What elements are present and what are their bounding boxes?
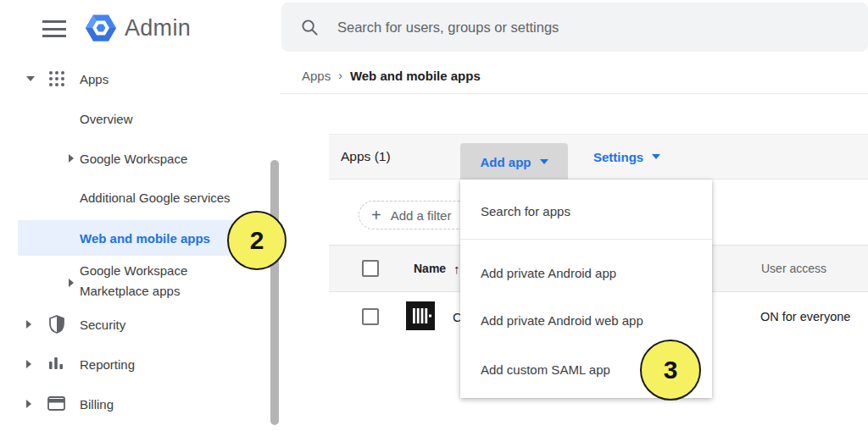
shield-icon (48, 315, 65, 334)
chevron-right-icon[interactable] (69, 279, 74, 287)
plus-icon: + (371, 207, 381, 224)
sidebar-item-label: Google Workspace Marketplace apps (80, 261, 241, 301)
settings-button-label: Settings (593, 150, 643, 164)
sidebar-item-label: Apps (80, 72, 108, 86)
chevron-right-icon[interactable] (26, 400, 31, 408)
sidebar-scrollbar[interactable] (270, 160, 279, 425)
apps-toolbar: Apps (1) Add app Settings (329, 134, 868, 180)
global-search-bar[interactable] (281, 3, 868, 52)
google-admin-logo-icon (84, 11, 118, 45)
breadcrumb: Apps › Web and mobile apps (302, 67, 481, 84)
chevron-right-icon[interactable] (26, 320, 31, 329)
sidebar-item-apps[interactable]: Apps (0, 69, 270, 89)
sidebar-item-security[interactable]: Security (0, 314, 270, 334)
sidebar-item-google-workspace[interactable]: Google Workspace (0, 148, 270, 169)
sidebar-item-additional-google-services[interactable]: Additional Google services (0, 187, 270, 207)
name-column-header[interactable]: Name (414, 262, 446, 275)
sidebar-item-label: Security (80, 318, 125, 332)
chevron-right-icon[interactable] (26, 360, 31, 368)
sidebar-item-reporting[interactable]: Reporting (0, 354, 270, 374)
search-icon (301, 19, 319, 36)
sidebar-item-label: Web and mobile apps (80, 231, 210, 246)
menu-hamburger-icon[interactable] (42, 20, 66, 37)
menu-item-add-private-android-app[interactable]: Add private Android app (460, 257, 712, 289)
step-annotation-3: 3 (640, 340, 701, 401)
chevron-right-icon[interactable] (69, 154, 74, 163)
sidebar-item-label: Google Workspace (80, 152, 187, 166)
settings-button[interactable]: Settings (593, 135, 660, 179)
apps-count-label: Apps (1) (341, 149, 391, 164)
bar-chart-icon (49, 356, 64, 371)
user-access-cell: ON for everyone (760, 310, 850, 323)
menu-item-add-private-android-web-app[interactable]: Add private Android web app (460, 304, 712, 336)
header-divider (280, 93, 868, 94)
breadcrumb-separator: › (338, 69, 342, 82)
sidebar-item-label: Billing (80, 397, 114, 412)
step-annotation-2: 2 (227, 211, 287, 270)
select-all-checkbox[interactable] (362, 260, 379, 277)
sort-ascending-icon[interactable]: ↑ (453, 262, 460, 276)
row-checkbox[interactable] (362, 308, 379, 325)
add-filter-label: Add a filter (391, 208, 452, 223)
sidebar-item-label: Additional Google services (80, 191, 231, 205)
apps-grid-icon (48, 70, 65, 87)
app-title: Admin (125, 15, 191, 41)
chevron-down-icon (540, 159, 548, 164)
menu-divider (460, 239, 712, 240)
search-input[interactable] (337, 19, 812, 36)
sidebar-item-overview[interactable]: Overview (0, 108, 270, 129)
chevron-down-icon (652, 154, 660, 159)
breadcrumb-current: Web and mobile apps (350, 69, 481, 83)
breadcrumb-apps-link[interactable]: Apps (302, 69, 331, 83)
credit-card-icon (47, 396, 65, 411)
sidebar-item-label: Reporting (80, 357, 135, 372)
user-access-column-header: User access (761, 262, 826, 275)
menu-item-search-for-apps[interactable]: Search for apps (460, 195, 712, 227)
sidebar-item-label: Overview (80, 112, 133, 126)
add-app-button-label: Add app (481, 155, 531, 169)
sidebar-item-marketplace-apps[interactable]: Google Workspace Marketplace apps (0, 261, 270, 301)
app-logo-icon (406, 301, 435, 330)
chevron-down-icon[interactable] (26, 76, 35, 81)
add-app-button[interactable]: Add app (460, 143, 568, 180)
sidebar-item-billing[interactable]: Billing (0, 394, 270, 414)
